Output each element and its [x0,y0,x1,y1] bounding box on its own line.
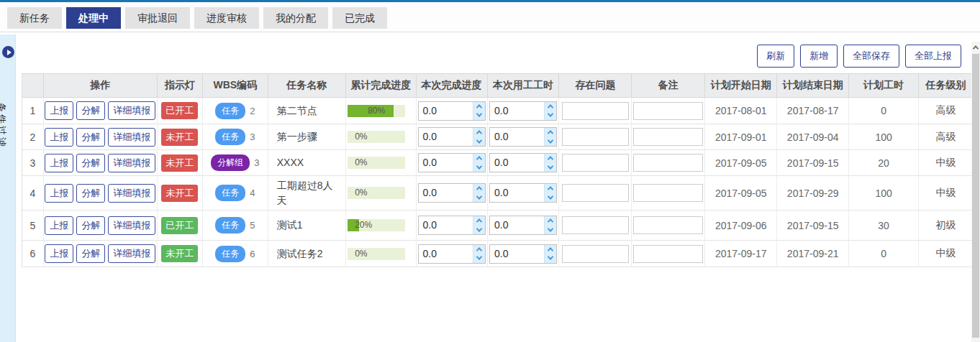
spin-down-button[interactable] [545,111,556,120]
status-badge: 已开工 [161,217,198,234]
tab-1[interactable]: 新任务 [7,7,62,29]
issue-input[interactable] [562,128,629,146]
hours-input-value: 0.0 [490,154,544,172]
spin-down-button[interactable] [545,254,556,263]
number-spinner[interactable] [473,154,485,172]
scroll-up-button[interactable] [971,42,980,53]
hours-input[interactable]: 0.0 [489,127,557,147]
spin-down-button[interactable] [473,254,485,263]
number-spinner[interactable] [544,102,556,120]
note-input[interactable] [633,216,703,234]
sidebar-expand-button[interactable] [2,46,14,58]
decompose-button[interactable]: 分解 [76,244,105,263]
hours-input-cell: 0.0 [488,211,560,241]
spin-down-button[interactable] [545,137,556,147]
number-spinner[interactable] [473,128,485,146]
progress-input-cell: 0.0 [417,241,488,267]
note-input[interactable] [633,154,703,172]
spin-up-button[interactable] [545,102,556,111]
detail-fill-button[interactable]: 详细填报 [108,154,155,172]
hours-input[interactable]: 0.0 [489,244,557,264]
tab-5[interactable]: 我的分配 [263,7,328,29]
spin-down-button[interactable] [545,163,556,172]
spin-down-button[interactable] [473,226,485,235]
report-button[interactable]: 上报 [45,128,73,147]
spin-up-button[interactable] [545,154,556,163]
hours-input[interactable]: 0.0 [489,153,557,172]
detail-fill-button[interactable]: 详细填报 [108,244,155,263]
hours-input[interactable]: 0.0 [489,101,557,121]
hours-input[interactable]: 0.0 [489,216,557,235]
decompose-button[interactable]: 分解 [76,184,105,203]
spin-up-button[interactable] [473,245,485,254]
tab-2[interactable]: 处理中 [66,7,121,29]
vertical-scrollbar[interactable] [971,42,980,342]
progress-input[interactable]: 0.0 [418,101,486,121]
detail-fill-button[interactable]: 详细填报 [108,128,155,147]
spin-up-button[interactable] [545,184,556,193]
issue-input[interactable] [562,184,629,202]
report-button[interactable]: 上报 [45,184,73,203]
column-header: 指示灯 [158,74,203,98]
decompose-button[interactable]: 分解 [76,128,105,147]
detail-fill-button[interactable]: 详细填报 [108,184,155,203]
plan-hours: 0 [849,98,919,124]
decompose-button[interactable]: 分解 [76,101,105,120]
report-button[interactable]: 上报 [45,101,73,120]
spin-down-button[interactable] [473,163,485,172]
number-spinner[interactable] [544,216,556,234]
number-spinner[interactable] [544,128,556,146]
report-button[interactable]: 上报 [45,154,73,172]
spin-down-button[interactable] [473,137,485,147]
spin-up-button[interactable] [473,102,485,111]
issue-input[interactable] [562,102,629,120]
spin-up-button[interactable] [545,245,556,254]
save-all-button[interactable]: 全部保存 [843,45,899,68]
spin-up-button[interactable] [473,216,485,226]
detail-fill-button[interactable]: 详细填报 [108,101,155,120]
spin-down-button[interactable] [545,193,556,203]
decompose-button[interactable]: 分解 [76,216,105,235]
number-spinner[interactable] [473,184,485,202]
detail-fill-button[interactable]: 详细填报 [108,216,155,235]
table-row: 6上报分解详细填报未开工任务6测试任务20%0.00.02017-09-1720… [22,241,973,267]
spin-up-button[interactable] [473,154,485,163]
scrollbar-thumb[interactable] [972,54,979,338]
number-spinner[interactable] [473,245,485,263]
spin-up-button[interactable] [473,184,485,193]
issue-input[interactable] [562,216,629,234]
spin-up-button[interactable] [545,216,556,226]
issue-input[interactable] [562,245,629,263]
note-input[interactable] [633,245,703,263]
number-spinner[interactable] [544,184,556,202]
spin-up-button[interactable] [473,128,485,137]
refresh-button[interactable]: 刷新 [757,45,794,68]
progress-input[interactable]: 0.0 [418,127,486,147]
issue-input[interactable] [562,154,629,172]
note-input[interactable] [633,184,703,202]
progress-input[interactable]: 0.0 [418,183,486,203]
spin-down-button[interactable] [545,226,556,235]
grid-toolbar: 刷新新增全部保存全部上报 [757,45,961,68]
progress-input[interactable]: 0.0 [418,244,486,264]
spin-up-button[interactable] [545,128,556,137]
report-button[interactable]: 上报 [45,216,73,235]
number-spinner[interactable] [473,102,485,120]
add-button[interactable]: 新增 [800,45,838,68]
tab-3[interactable]: 审批退回 [125,7,190,29]
spin-down-button[interactable] [473,193,485,203]
number-spinner[interactable] [473,216,485,234]
spin-down-button[interactable] [473,111,485,120]
note-input[interactable] [633,102,703,120]
tab-4[interactable]: 进度审核 [194,7,259,29]
hours-input[interactable]: 0.0 [489,183,557,203]
report-button[interactable]: 上报 [45,244,73,263]
number-spinner[interactable] [544,154,556,172]
number-spinner[interactable] [544,245,556,263]
tab-6[interactable]: 已完成 [332,7,387,29]
decompose-button[interactable]: 分解 [76,154,105,172]
report-all-button[interactable]: 全部上报 [905,45,961,68]
progress-input[interactable]: 0.0 [418,216,486,235]
progress-input[interactable]: 0.0 [418,153,486,172]
note-input[interactable] [633,128,703,146]
